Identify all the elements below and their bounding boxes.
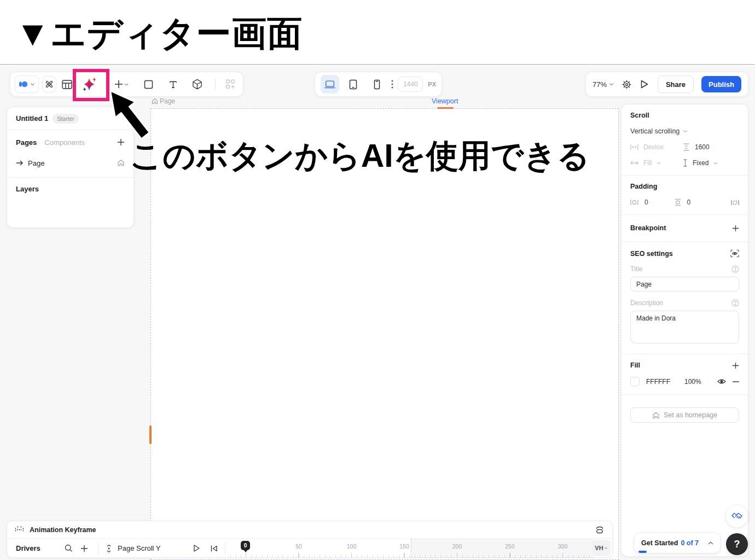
settings-button[interactable] bbox=[622, 76, 632, 92]
toolbar-devices: PX bbox=[315, 72, 442, 97]
ruler-tick-label: 250 bbox=[505, 543, 515, 550]
scroll-section: Scroll Vertical scrolling Device 1600 Fi bbox=[622, 104, 748, 176]
homepage-home-icon bbox=[117, 159, 125, 167]
padding-y-icon bbox=[675, 199, 681, 206]
device-phone-icon bbox=[374, 79, 380, 90]
add-driver-button[interactable] bbox=[80, 545, 88, 552]
components-icon bbox=[225, 79, 236, 90]
get-started-widget[interactable]: Get Started 0 of 7 bbox=[635, 533, 720, 553]
seo-description-input[interactable]: Made in Dora bbox=[630, 311, 739, 343]
get-started-progress: 0 of 7 bbox=[681, 539, 699, 547]
share-button[interactable]: Share bbox=[658, 75, 694, 93]
padding-x-value: 0 bbox=[644, 199, 648, 206]
arrows-horizontal-icon bbox=[630, 160, 638, 166]
timeline-ruler[interactable]: 50100150200250300 0 bbox=[230, 539, 594, 558]
timeline-playhead[interactable]: 0 bbox=[241, 541, 250, 550]
preview-play-button[interactable] bbox=[640, 76, 650, 92]
fill-width-control[interactable]: Fill bbox=[630, 159, 683, 167]
add-fill-button[interactable] bbox=[732, 362, 739, 369]
ruler-tick-label: 50 bbox=[295, 543, 302, 550]
padding-y-control[interactable]: 0 bbox=[675, 199, 691, 206]
scroll-mode-dropdown[interactable]: Vertical scrolling bbox=[630, 127, 739, 135]
seo-preview-icon[interactable] bbox=[730, 249, 739, 258]
3d-box-tool-button[interactable] bbox=[189, 75, 206, 94]
more-options-icon bbox=[391, 80, 393, 89]
zoom-level-dropdown[interactable]: 77% bbox=[593, 80, 614, 89]
seo-title-input[interactable] bbox=[630, 277, 739, 291]
home-icon bbox=[652, 412, 660, 419]
search-driver-button[interactable] bbox=[65, 544, 73, 552]
timeline-title: Animation Keyframe bbox=[30, 526, 96, 534]
question-mark-label: ? bbox=[734, 539, 740, 550]
padding-x-control[interactable]: 0 bbox=[630, 199, 648, 206]
viewport-label[interactable]: Viewport bbox=[432, 97, 458, 105]
width-mode-control[interactable]: Device bbox=[630, 143, 683, 151]
tab-pages[interactable]: Pages bbox=[16, 138, 37, 147]
remove-fill-button[interactable] bbox=[733, 381, 739, 382]
annotation-callout-text: このボタンからAIを使用できる bbox=[130, 135, 622, 178]
components-button[interactable] bbox=[222, 75, 239, 94]
app-menu-button[interactable] bbox=[15, 75, 39, 93]
fill-hex-value[interactable]: FFFFFF bbox=[646, 378, 670, 386]
help-button[interactable]: ? bbox=[726, 533, 748, 555]
skip-to-start-button[interactable] bbox=[210, 545, 218, 552]
set-homepage-button[interactable]: Set as homepage bbox=[630, 407, 739, 423]
cms-table-button[interactable] bbox=[60, 76, 74, 92]
device-tablet-button[interactable] bbox=[344, 75, 363, 94]
device-tablet-icon bbox=[349, 79, 357, 90]
design-tools-button[interactable] bbox=[42, 76, 56, 92]
chevron-down-icon bbox=[30, 83, 35, 86]
width-constraint-icon bbox=[630, 144, 638, 150]
community-handshake-button[interactable] bbox=[726, 505, 748, 527]
text-tool-button[interactable] bbox=[165, 75, 182, 94]
plan-badge: Starter bbox=[53, 114, 79, 124]
keyframe-icon bbox=[15, 526, 24, 533]
timeline-unit-dropdown[interactable]: VH bbox=[592, 540, 611, 556]
device-more-options-button[interactable] bbox=[391, 80, 393, 89]
toolbar-right: 77% Share Publish bbox=[585, 72, 748, 97]
device-desktop-icon bbox=[324, 80, 335, 89]
chevron-up-icon bbox=[708, 541, 713, 545]
height-value-control[interactable]: 1600 bbox=[683, 143, 735, 151]
add-breakpoint-button[interactable] bbox=[732, 225, 739, 232]
chevron-down-icon bbox=[609, 83, 614, 86]
project-name: Untitled 1 bbox=[16, 114, 48, 122]
scroll-y-icon bbox=[106, 544, 112, 553]
device-desktop-button[interactable] bbox=[321, 75, 339, 94]
padding-section-title: Padding bbox=[630, 183, 739, 190]
chevron-down-icon bbox=[124, 83, 129, 86]
visibility-eye-icon[interactable] bbox=[717, 378, 726, 384]
fill-opacity-value[interactable]: 100% bbox=[684, 378, 701, 386]
help-circle-icon[interactable] bbox=[731, 299, 739, 307]
handshake-icon bbox=[731, 511, 743, 521]
page-list-item[interactable]: Page bbox=[7, 154, 133, 172]
table-icon bbox=[62, 80, 72, 89]
play-keyframes-button[interactable] bbox=[193, 544, 200, 552]
collapse-panel-icon[interactable] bbox=[595, 526, 605, 534]
height-mode-dropdown[interactable]: Fixed bbox=[683, 159, 735, 167]
fill-section-title: Fill bbox=[630, 361, 640, 369]
fill-color-swatch[interactable] bbox=[630, 377, 640, 386]
help-circle-icon[interactable] bbox=[731, 265, 739, 273]
text-T-icon bbox=[169, 80, 178, 89]
chevron-down-icon bbox=[657, 162, 661, 165]
box-3d-icon bbox=[192, 79, 202, 90]
annotation-header: ▼エディター画面 bbox=[0, 0, 755, 65]
dora-editor-screenshot: ▼エディター画面 Page Viewport bbox=[0, 0, 755, 560]
padding-individual-button[interactable] bbox=[731, 199, 739, 206]
timeline-divider bbox=[225, 542, 225, 554]
tab-components[interactable]: Components bbox=[44, 138, 85, 147]
height-ibeam-icon bbox=[683, 159, 688, 167]
arrow-right-icon bbox=[16, 160, 24, 166]
padding-y-value: 0 bbox=[687, 199, 691, 206]
ruler-tick-label: 100 bbox=[347, 543, 357, 550]
chevron-down-icon bbox=[683, 130, 688, 133]
publish-button[interactable]: Publish bbox=[701, 76, 741, 92]
device-phone-button[interactable] bbox=[368, 75, 386, 94]
ruler-tick-label: 200 bbox=[452, 543, 462, 550]
ruler-tick-label: 150 bbox=[399, 543, 409, 550]
canvas-edge-marker bbox=[149, 425, 152, 444]
fill-section: Fill FFFFFF 100% bbox=[622, 354, 748, 395]
viewport-width-input[interactable] bbox=[398, 77, 423, 92]
driver-name[interactable]: Page Scroll Y bbox=[118, 544, 161, 552]
